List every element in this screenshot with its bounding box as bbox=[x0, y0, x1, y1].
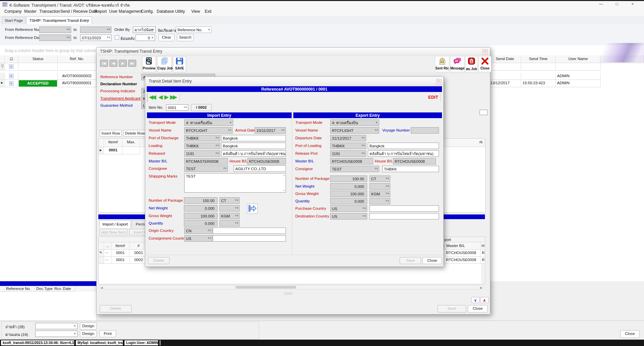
bottom-col-doctype[interactable]: Doc.Type bbox=[35, 286, 53, 292]
consignee-code-input[interactable]: TESTF4 bbox=[184, 165, 228, 172]
print-button[interactable]: Print bbox=[99, 330, 116, 337]
menu-item-transaction[interactable]: Transaction bbox=[39, 9, 60, 14]
exp-net-weight-input[interactable]: 0.000 bbox=[330, 183, 367, 190]
consignee-name-input[interactable]: AGILITY CO.,LTD bbox=[234, 165, 286, 172]
detail-dialog-close-icon[interactable]: × bbox=[436, 79, 442, 85]
filter-send-time-cell[interactable] bbox=[521, 63, 556, 70]
voyage-number-input[interactable] bbox=[411, 127, 439, 134]
menu-item-exit[interactable]: Exit bbox=[205, 9, 211, 14]
tship-close-tool-button[interactable]: Close bbox=[479, 56, 491, 72]
imp-master-bl-input[interactable]: RTCMASTER0008 bbox=[184, 158, 228, 164]
tab-close-icon[interactable]: × bbox=[87, 18, 89, 22]
item-no-input[interactable]: 0001F4 bbox=[166, 104, 188, 111]
consignment-country-code-input[interactable]: USF4 bbox=[184, 235, 212, 242]
imp-pkg-unit-input[interactable]: CTF4 bbox=[219, 197, 240, 204]
first-item-button[interactable]: ◀◀ bbox=[149, 94, 155, 100]
detail-save-button[interactable]: Save bbox=[400, 257, 421, 264]
design2-button[interactable]: Design bbox=[80, 330, 97, 337]
ie-row1-master[interactable]: RTCHOUSE0008 bbox=[445, 250, 481, 257]
menu-item-master[interactable]: Master bbox=[24, 9, 37, 14]
menu-item-db-utility[interactable]: Database Utility bbox=[157, 9, 185, 14]
insert-row-button[interactable]: Insert Row bbox=[100, 130, 122, 137]
imp-qty-unit-input[interactable]: F4 bbox=[219, 220, 240, 227]
port-of-loading-name-input[interactable]: Bangkok bbox=[368, 143, 439, 149]
scroll-down-icon[interactable]: ▼ bbox=[283, 190, 285, 192]
last-item-button[interactable]: ▶▶ bbox=[170, 94, 176, 100]
ie-row1-item[interactable]: 0001 bbox=[111, 250, 130, 257]
back-count-select[interactable]: 0▼ bbox=[136, 35, 155, 41]
clear-button[interactable]: Clear bbox=[158, 34, 175, 41]
scroll-right-icon[interactable]: ▶ bbox=[480, 286, 482, 289]
imp-pkg-input[interactable]: 100.00 bbox=[184, 197, 217, 204]
add-new-item-button[interactable]: Add New Item bbox=[100, 229, 127, 235]
tab-import-export[interactable]: Import / Export bbox=[99, 220, 131, 228]
ie-row2-item[interactable]: 0001 bbox=[111, 257, 130, 264]
exp-net-unit-input[interactable]: F4 bbox=[369, 183, 390, 190]
to-ref-number-input[interactable]: F4 bbox=[80, 27, 111, 33]
release-port-name-input[interactable]: คลังสินค้า บ.การบินไทยจำกัด(มหาชน) bbox=[368, 150, 439, 157]
port-of-loading-code-input[interactable]: THBKKF4 bbox=[330, 143, 366, 149]
select-all-header[interactable]: ☑ bbox=[5, 55, 18, 63]
consignor-code-input[interactable]: TESTF4 bbox=[330, 166, 379, 172]
imp-gross-weight-input[interactable]: 100.000 bbox=[184, 213, 217, 219]
filter-send-date-cell[interactable] bbox=[489, 63, 521, 70]
imp-vessel-name-input[interactable]: RTCFLIGHTF4 bbox=[184, 127, 233, 134]
prev-item-button[interactable]: ◀ bbox=[159, 94, 162, 100]
filter-ref-cell[interactable] bbox=[58, 63, 96, 70]
next-item-button[interactable]: ▶ bbox=[164, 94, 167, 100]
filter-status-cell[interactable] bbox=[18, 63, 58, 70]
exp-gross-unit-input[interactable]: KGMF4 bbox=[369, 191, 390, 197]
col-header-status[interactable]: Status bbox=[18, 55, 58, 63]
tship-save-button[interactable]: Save bbox=[438, 305, 466, 312]
toolbar-grip[interactable] bbox=[147, 94, 148, 102]
item-grid-col-max[interactable]: Max. bbox=[122, 139, 140, 147]
exp-master-bl-input[interactable]: RTCHOUSE0008 bbox=[330, 158, 373, 164]
nav-last-button[interactable]: ▶| bbox=[128, 60, 136, 67]
order-by-select[interactable]: มากไปน้อย▼ bbox=[133, 27, 156, 33]
scroll-left-icon[interactable]: ◀ bbox=[101, 286, 103, 289]
nav-first-button[interactable]: |◀ bbox=[100, 60, 108, 67]
main-close-button[interactable]: Close bbox=[620, 330, 640, 338]
tship-close-button[interactable]: Close bbox=[468, 305, 488, 312]
from-ref-number-input[interactable]: F4 bbox=[39, 27, 71, 33]
tship-hscrollbar[interactable]: ◀ ▶ bbox=[100, 285, 483, 289]
col-header-send-time[interactable]: Send Time bbox=[521, 55, 556, 63]
filter-user-cell[interactable] bbox=[556, 63, 601, 70]
port-of-discharge-code-input[interactable]: THBKKF4 bbox=[184, 135, 220, 141]
exp-vessel-name-input[interactable]: RTCFLIGHTF4 bbox=[330, 127, 379, 134]
ie-grid-col-item[interactable]: Item# bbox=[111, 242, 130, 250]
bottom-col-rcv-date[interactable]: Rcv. Date bbox=[53, 286, 75, 292]
tship-delete-button[interactable]: Delete bbox=[100, 305, 132, 312]
ie-row2-master[interactable]: RTCHOUSE0008 bbox=[445, 257, 481, 264]
menu-item-report[interactable]: Report bbox=[95, 9, 107, 14]
menu-item-config[interactable]: Config. bbox=[141, 9, 154, 14]
exp-transport-mode-select[interactable]: 4: ทางเครื่องบิน▼ bbox=[330, 119, 379, 126]
nav-next-button[interactable]: ▶ bbox=[119, 60, 127, 67]
exp-house-bl-input[interactable]: RTCHOUSE0008 bbox=[393, 158, 436, 164]
print-doc2-select[interactable]: ▼ bbox=[35, 331, 78, 337]
scroll-up-icon[interactable]: ▲ bbox=[283, 174, 285, 176]
preview-button[interactable]: Preview bbox=[142, 56, 156, 72]
scroll-thumb[interactable] bbox=[236, 286, 296, 289]
consignment-country-name-input[interactable] bbox=[213, 235, 286, 242]
shipping-marks-textarea[interactable]: TEST ▲ ▼ bbox=[184, 173, 286, 193]
imp-transport-mode-select[interactable]: 4: ทางเครื่องบิน▼ bbox=[184, 119, 233, 126]
tship-dialog-close-icon[interactable]: × bbox=[482, 49, 488, 55]
menu-item-user-mgmt[interactable]: User Management bbox=[109, 9, 142, 14]
destination-country-name-input[interactable] bbox=[369, 213, 439, 219]
exp-quantity-input[interactable]: 0.000 bbox=[330, 198, 367, 204]
delete-row-button[interactable]: Delete Row bbox=[123, 130, 147, 137]
imp-net-unit-input[interactable]: F4 bbox=[219, 205, 240, 211]
item-grid-row-max[interactable] bbox=[122, 147, 140, 154]
origin-country-name-input[interactable] bbox=[213, 228, 286, 234]
splitter-grip[interactable] bbox=[284, 293, 293, 294]
exp-pkg-input[interactable]: 100.00 bbox=[330, 176, 367, 182]
menu-item-view[interactable]: View bbox=[191, 9, 200, 14]
delete-job-button[interactable]: ลบ Job bbox=[465, 56, 478, 72]
maximize-button[interactable]: □ bbox=[609, 1, 625, 8]
ie-row2-dots[interactable]: ... bbox=[104, 257, 111, 264]
released-name-input[interactable]: คลังสินค้า บ.การบินไทยจำกัด(มหาชน) bbox=[221, 150, 286, 157]
imp-net-weight-input[interactable]: 0.000 bbox=[184, 205, 217, 211]
col-header-send-date[interactable]: Send Date bbox=[489, 55, 521, 63]
ie-grid-vscrollbar[interactable] bbox=[482, 264, 485, 283]
